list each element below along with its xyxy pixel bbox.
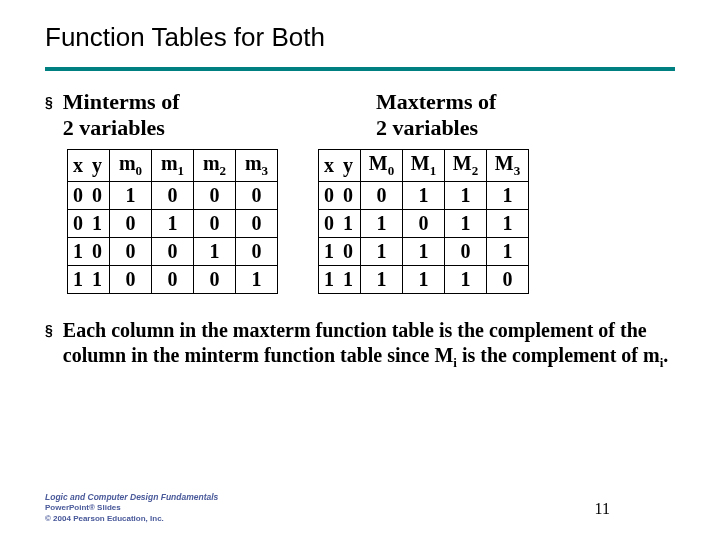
col-header: M0 (361, 150, 403, 182)
table-row: 1 01101 (319, 238, 529, 266)
cell: 0 (194, 210, 236, 238)
col-header: m1 (152, 150, 194, 182)
cell: 0 (194, 182, 236, 210)
cell: 1 (403, 182, 445, 210)
cell: 0 1 (68, 210, 110, 238)
content-area: § Minterms of2 variables Maxterms of2 va… (0, 71, 720, 294)
cell: 1 (361, 238, 403, 266)
table-row: 0 00111 (319, 182, 529, 210)
minterms-heading-wrap: § Minterms of2 variables (45, 89, 360, 141)
cell: 1 (487, 182, 529, 210)
col-header: M3 (487, 150, 529, 182)
table-row: 0 01000 (68, 182, 278, 210)
page-number: 11 (595, 500, 610, 518)
bullet-icon: § (45, 322, 53, 340)
bullet-icon: § (45, 94, 53, 110)
maxterms-heading: Maxterms of2 variables (376, 89, 496, 140)
minterm-table: x ym0m1m2m30 010000 101001 000101 10001 (67, 149, 278, 294)
cell: 1 (403, 266, 445, 294)
cell: 1 1 (68, 266, 110, 294)
cell: 0 (152, 238, 194, 266)
tables-row: x ym0m1m2m30 010000 101001 000101 10001 … (67, 149, 675, 294)
cell: 0 (236, 210, 278, 238)
table-row: 1 00010 (68, 238, 278, 266)
col-header: m0 (110, 150, 152, 182)
footer-line1: Logic and Computer Design Fundamentals (45, 492, 218, 503)
note-text: Each column in the maxterm function tabl… (63, 318, 675, 371)
cell: 1 (445, 266, 487, 294)
cell: 0 (445, 238, 487, 266)
maxterms-heading-wrap: Maxterms of2 variables (360, 89, 675, 141)
cell: 0 (110, 238, 152, 266)
cell: 1 (110, 182, 152, 210)
note-block: § Each column in the maxterm function ta… (0, 294, 720, 371)
maxterm-table: x yM0M1M2M30 001110 110111 011011 11110 (318, 149, 529, 294)
cell: 1 1 (319, 266, 361, 294)
col-header: x y (319, 150, 361, 182)
col-header: M1 (403, 150, 445, 182)
minterms-heading: Minterms of2 variables (63, 89, 180, 141)
cell: 1 (487, 210, 529, 238)
table-row: 1 10001 (68, 266, 278, 294)
cell: 0 0 (68, 182, 110, 210)
cell: 1 (487, 238, 529, 266)
cell: 0 (236, 182, 278, 210)
table-header-row: x yM0M1M2M3 (319, 150, 529, 182)
cell: 0 (152, 182, 194, 210)
cell: 1 (194, 238, 236, 266)
cell: 0 (152, 266, 194, 294)
cell: 1 (403, 238, 445, 266)
col-header: m3 (236, 150, 278, 182)
col-header: x y (68, 150, 110, 182)
cell: 0 (361, 182, 403, 210)
table-row: 1 11110 (319, 266, 529, 294)
footer-line2: PowerPoint® Slides (45, 503, 218, 513)
cell: 1 0 (319, 238, 361, 266)
cell: 1 (445, 182, 487, 210)
footer-line3: © 2004 Pearson Education, Inc. (45, 514, 218, 524)
cell: 1 (236, 266, 278, 294)
cell: 0 (110, 210, 152, 238)
cell: 0 1 (319, 210, 361, 238)
table-header-row: x ym0m1m2m3 (68, 150, 278, 182)
table-row: 0 11011 (319, 210, 529, 238)
cell: 0 (487, 266, 529, 294)
cell: 1 (445, 210, 487, 238)
cell: 1 0 (68, 238, 110, 266)
table-headings-row: § Minterms of2 variables Maxterms of2 va… (45, 89, 675, 141)
slide-title: Function Tables for Both (0, 0, 720, 53)
cell: 1 (152, 210, 194, 238)
col-header: m2 (194, 150, 236, 182)
cell: 0 (236, 238, 278, 266)
cell: 0 (194, 266, 236, 294)
col-header: M2 (445, 150, 487, 182)
cell: 0 (110, 266, 152, 294)
table-row: 0 10100 (68, 210, 278, 238)
cell: 0 (403, 210, 445, 238)
cell: 1 (361, 210, 403, 238)
cell: 1 (361, 266, 403, 294)
footer-credits: Logic and Computer Design Fundamentals P… (45, 492, 218, 524)
cell: 0 0 (319, 182, 361, 210)
